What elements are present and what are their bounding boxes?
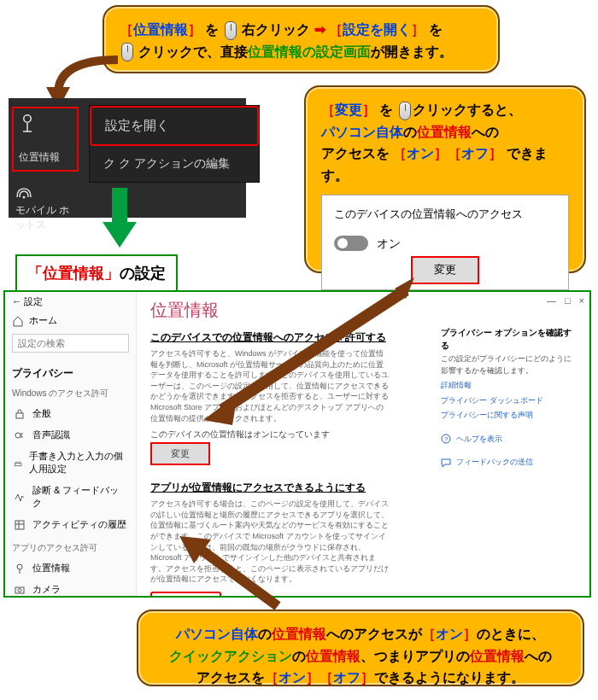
svg-rect-5: [15, 464, 21, 466]
location-icon: [14, 563, 26, 575]
txt: アクセスを: [196, 670, 265, 685]
callout-device-access: ［変更］ を クリックすると、 パソコン自体の位置情報への アクセスを ［オン］…: [304, 85, 586, 273]
txt: への: [525, 649, 552, 663]
bracket: ［: [422, 627, 436, 641]
callout-top: ［位置情報］ を 右クリック ➡ ［設定を開く］ を クリックで、直接位置情報の…: [103, 5, 500, 73]
hotspot-icon: [15, 185, 32, 201]
bracket: ］: [362, 102, 376, 117]
svg-text:?: ?: [444, 435, 448, 443]
dialog-title: このデバイスの位置情報へのアクセス: [334, 206, 556, 224]
sidebar-home[interactable]: ホーム: [12, 314, 129, 327]
txt: オフ: [333, 670, 361, 685]
bracket: ］: [361, 670, 374, 685]
sidebar-item-speech[interactable]: 音声認識: [12, 424, 129, 446]
bracket: ］［: [434, 146, 461, 160]
label: 手書き入力と入力の個人用設定: [29, 450, 127, 475]
bracket: 「: [27, 265, 43, 282]
right-text: この設定がプライバシーにどのように影響するかを確認します。: [441, 353, 577, 376]
sidebar-item-camera[interactable]: カメラ: [12, 579, 129, 598]
label: 位置情報: [32, 562, 70, 575]
quickaction-location-tile[interactable]: 位置情報: [12, 107, 79, 172]
label: ヘルプを表示: [456, 434, 502, 446]
context-menu: 設定を開く ク ク アクションの編集: [89, 105, 260, 183]
device-access-toggle[interactable]: [334, 236, 368, 251]
svg-point-4: [15, 433, 21, 438]
link-statement[interactable]: プライバシーに関する声明: [441, 410, 577, 422]
txt: 変更: [335, 102, 362, 117]
txt: 設定を開く: [343, 22, 411, 37]
txt: を: [429, 22, 443, 37]
txt: 位置情報の設定画面: [248, 44, 371, 59]
link-dashboard[interactable]: プライバシー ダッシュボード: [441, 395, 577, 407]
label: 音声認識: [32, 429, 70, 441]
callout-bottom: パソコン自体の位置情報へのアクセスが［オン］のときに、 クイックアクションの位置…: [137, 610, 584, 686]
sidebar-item-inking[interactable]: 手書き入力と入力の個人用設定: [12, 446, 129, 480]
bracket: ］: [411, 22, 425, 37]
tile-label: 位置情報: [19, 150, 72, 165]
txt: 位置情報: [470, 649, 525, 663]
inking-icon: [14, 457, 22, 469]
txt: 、つまりアプリの: [361, 649, 470, 663]
label: 診断 & フィードバック: [32, 484, 127, 510]
bracket: ［: [120, 22, 133, 37]
bracket: ［: [321, 102, 335, 117]
section-heading: 「位置情報」の設定: [15, 254, 178, 292]
bracket: ［: [265, 670, 278, 685]
txt: への: [472, 125, 499, 139]
change-button[interactable]: 変更: [150, 442, 210, 465]
svg-point-1: [24, 115, 31, 122]
txt: 位置情報: [43, 265, 104, 282]
txt: の: [292, 649, 306, 663]
label: アクティビティの履歴: [32, 518, 126, 531]
sidebar-item-diagnostics[interactable]: 診断 & フィードバック: [12, 480, 129, 514]
txt: すると、: [467, 102, 522, 117]
sidebar-subheading: アプリのアクセス許可: [12, 542, 129, 554]
help-icon: ?: [441, 434, 451, 444]
sidebar-subheading: Windows のアクセス許可: [12, 388, 129, 400]
help-link[interactable]: ?ヘルプを表示: [441, 434, 577, 446]
sidebar-item-general[interactable]: 全般: [12, 403, 129, 424]
menu-edit-quickactions[interactable]: ク ク アクションの編集: [90, 146, 259, 182]
sidebar-item-location[interactable]: 位置情報: [12, 557, 129, 579]
feedback-icon: [441, 458, 451, 468]
txt: パソコン自体: [176, 627, 258, 641]
link-details[interactable]: 詳細情報: [441, 380, 577, 392]
menu-open-settings[interactable]: 設定を開く: [90, 106, 259, 146]
svg-rect-3: [16, 413, 23, 418]
txt: できるようになります。: [374, 670, 525, 685]
txt: オン: [436, 627, 463, 641]
txt: オン: [278, 670, 306, 685]
bracket: ］: [489, 146, 502, 160]
search-input[interactable]: [12, 334, 129, 353]
label: ホーム: [29, 314, 57, 327]
feedback-link[interactable]: フィードバックの送信: [441, 457, 577, 469]
txt: で、直接: [193, 44, 248, 59]
svg-marker-14: [203, 394, 237, 425]
mouse-icon: [225, 21, 237, 40]
quickaction-hotspot-tile[interactable]: モバイル ホットス: [12, 182, 80, 236]
location-icon: [19, 114, 36, 132]
txt: を: [205, 22, 222, 37]
back-button[interactable]: ← 設定: [12, 295, 43, 308]
txt: へのアクセスが: [326, 627, 422, 641]
mouse-icon: [399, 102, 411, 120]
txt: パソコン自体: [321, 125, 403, 139]
txt: オフ: [461, 146, 489, 160]
txt: 位置情報: [417, 125, 472, 139]
txt: クリック: [138, 44, 193, 59]
txt: 位置情報: [133, 22, 188, 37]
diagnostics-icon: [14, 491, 26, 503]
toggle-state: オン: [377, 234, 401, 253]
bracket: 」: [104, 265, 120, 282]
activity-icon: [14, 519, 26, 531]
svg-rect-6: [15, 521, 24, 529]
txt: クリック: [413, 102, 467, 117]
svg-point-9: [18, 588, 21, 592]
txt: の設定: [120, 265, 166, 282]
change-button[interactable]: 変更: [411, 256, 479, 284]
lock-icon: [14, 408, 26, 420]
arrow-down-icon: [103, 188, 137, 248]
section-heading: アプリが位置情報にアクセスできるようにする: [150, 481, 576, 495]
tile-label: モバイル ホットス: [15, 203, 77, 232]
sidebar-item-activity[interactable]: アクティビティの履歴: [12, 514, 129, 535]
